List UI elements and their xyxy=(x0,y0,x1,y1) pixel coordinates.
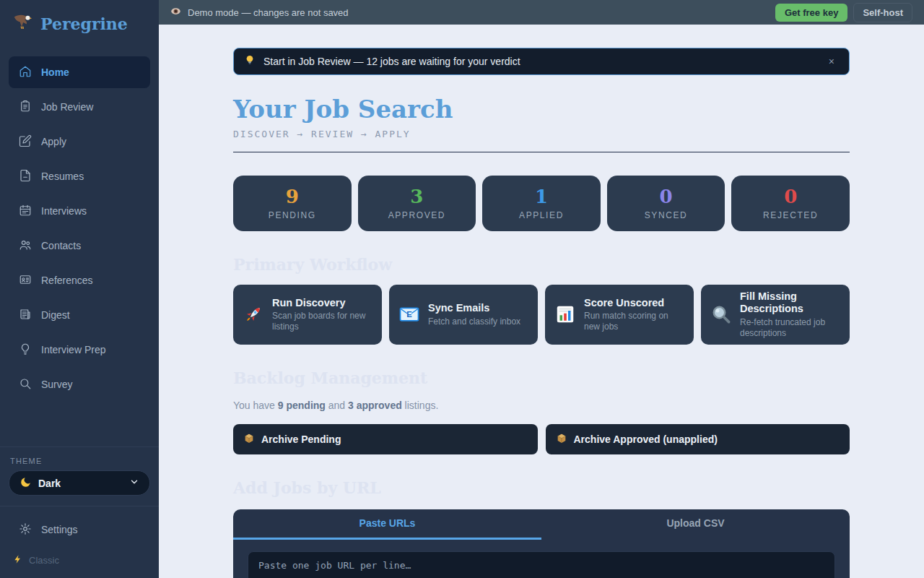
sidebar-item-label: Settings xyxy=(41,524,78,535)
people-icon xyxy=(19,238,32,254)
sidebar-item-label: References xyxy=(41,275,93,286)
sidebar-item-label: Resumes xyxy=(41,171,84,182)
close-icon[interactable]: × xyxy=(824,54,839,69)
sidebar: Peregrine Home Job Review Apply Resumes … xyxy=(0,0,159,578)
document-icon xyxy=(19,169,32,184)
run-discovery-button[interactable]: Run Discovery Scan job boards for new li… xyxy=(233,285,382,345)
app-window: Peregrine Home Job Review Apply Resumes … xyxy=(0,0,924,578)
sidebar-item-label: Interview Prep xyxy=(41,344,105,355)
wf-card-text: Score Unscored Run match scoring on new … xyxy=(584,297,685,332)
stat-label: SYNCED xyxy=(645,210,688,220)
sidebar-item-label: Home xyxy=(41,66,69,78)
pending-count: 9 pending xyxy=(278,400,326,411)
approved-count: 3 approved xyxy=(348,400,402,411)
id-card-icon xyxy=(19,273,32,288)
package-icon xyxy=(243,432,255,446)
sidebar-item-digest[interactable]: Digest xyxy=(9,299,150,331)
eagle-logo-icon xyxy=(12,12,33,36)
topbar: Demo mode — changes are not saved Get fr… xyxy=(159,0,924,25)
classic-label: Classic xyxy=(29,555,59,566)
sidebar-item-label: Interviews xyxy=(41,205,87,217)
content-area: Start in Job Review — 12 jobs are waitin… xyxy=(159,25,924,578)
archive-approved-button[interactable]: Archive Approved (unapplied) xyxy=(546,424,850,454)
lightning-icon xyxy=(13,554,23,566)
breadcrumb: DISCOVER → REVIEW → APPLY xyxy=(233,129,850,139)
theme-select[interactable]: Dark xyxy=(9,470,150,496)
sidebar-nav: Home Job Review Apply Resumes Interviews… xyxy=(0,45,159,403)
chevron-down-icon xyxy=(129,477,139,489)
fill-missing-descriptions-button[interactable]: Fill Missing Descriptions Re-fetch trunc… xyxy=(701,285,850,345)
wf-card-text: Fill Missing Descriptions Re-fetch trunc… xyxy=(740,290,841,339)
stat-value: 3 xyxy=(410,187,423,206)
demo-mode-text: Demo mode — changes are not saved xyxy=(188,7,349,18)
wf-card-title: Run Discovery xyxy=(272,297,373,309)
sidebar-item-interviews[interactable]: Interviews xyxy=(9,195,150,227)
sidebar-item-label: Digest xyxy=(41,309,70,321)
magnifier-icon xyxy=(710,303,733,325)
clipboard-icon xyxy=(19,100,32,115)
sidebar-item-references[interactable]: References xyxy=(9,264,150,296)
brand-name: Peregrine xyxy=(40,14,128,33)
wf-card-title: Score Unscored xyxy=(584,297,685,309)
sidebar-item-contacts[interactable]: Contacts xyxy=(9,230,150,262)
section-heading-backlog-management: Backlog Management xyxy=(233,368,850,387)
sidebar-item-apply[interactable]: Apply xyxy=(9,126,150,158)
section-heading-add-jobs-by-url: Add Jobs by URL xyxy=(233,478,850,497)
newspaper-icon xyxy=(19,308,32,323)
tab-paste-urls[interactable]: Paste URLs xyxy=(233,509,541,540)
wf-card-title: Fill Missing Descriptions xyxy=(740,290,841,316)
stat-label: APPROVED xyxy=(388,210,446,220)
wf-card-text: Sync Emails Fetch and classify inbox xyxy=(428,302,520,327)
lightbulb-icon xyxy=(19,342,32,358)
wf-card-title: Sync Emails xyxy=(428,302,520,314)
banner-text: Start in Job Review — 12 jobs are waitin… xyxy=(263,56,520,67)
sidebar-item-label: Job Review xyxy=(41,101,93,113)
home-icon xyxy=(19,65,32,80)
sidebar-item-settings[interactable]: Settings xyxy=(9,514,150,545)
package-icon xyxy=(556,432,567,446)
add-jobs-tabs: Paste URLs Upload CSV xyxy=(233,509,850,540)
workflow-row: Run Discovery Scan job boards for new li… xyxy=(233,285,850,345)
edit-icon xyxy=(19,134,32,150)
stat-card-approved: 3 APPROVED xyxy=(358,176,476,231)
paste-urls-panel xyxy=(233,540,850,578)
gear-icon xyxy=(19,522,32,538)
stat-card-rejected: 0 REJECTED xyxy=(731,176,850,231)
wf-card-text: Run Discovery Scan job boards for new li… xyxy=(272,297,373,332)
sidebar-item-label: Contacts xyxy=(41,240,81,251)
sync-emails-button[interactable]: E Sync Emails Fetch and classify inbox xyxy=(389,285,538,345)
wf-card-subtitle: Scan job boards for new listings xyxy=(272,311,373,332)
self-host-button[interactable]: Self-host xyxy=(853,3,912,22)
lightbulb-icon xyxy=(244,54,256,69)
sidebar-item-resumes[interactable]: Resumes xyxy=(9,160,150,192)
rocket-icon xyxy=(242,303,265,325)
bar-chart-icon xyxy=(554,303,577,325)
score-unscored-button[interactable]: Score Unscored Run match scoring on new … xyxy=(545,285,694,345)
sidebar-item-interview-prep[interactable]: Interview Prep xyxy=(9,334,150,366)
sidebar-item-survey[interactable]: Survey xyxy=(9,368,150,400)
email-icon: E xyxy=(398,303,421,325)
sidebar-item-job-review[interactable]: Job Review xyxy=(9,91,150,123)
archive-button-label: Archive Approved (unapplied) xyxy=(574,434,718,445)
sidebar-footer: THEME Dark Settings Classic xyxy=(0,447,159,578)
moon-icon xyxy=(19,476,32,491)
stat-label: REJECTED xyxy=(763,210,818,220)
url-input[interactable] xyxy=(248,551,835,578)
search-icon xyxy=(19,377,32,392)
tab-upload-csv[interactable]: Upload CSV xyxy=(541,509,850,540)
theme-select-value: Dark xyxy=(38,478,61,489)
stat-value: 0 xyxy=(784,187,797,206)
stat-value: 9 xyxy=(286,187,299,206)
classic-mode-toggle[interactable]: Classic xyxy=(0,547,159,578)
eye-icon xyxy=(170,6,181,20)
sidebar-item-home[interactable]: Home xyxy=(9,56,150,88)
stat-value: 0 xyxy=(660,187,673,206)
calendar-icon xyxy=(19,204,32,219)
archive-pending-button[interactable]: Archive Pending xyxy=(233,424,538,454)
svg-text:E: E xyxy=(406,311,412,319)
theme-label: THEME xyxy=(0,447,159,470)
topbar-actions: Get free key Self-host xyxy=(775,3,912,22)
page-title: Your Job Search xyxy=(233,95,850,124)
archive-button-label: Archive Pending xyxy=(261,434,341,445)
get-free-key-button[interactable]: Get free key xyxy=(775,4,847,22)
